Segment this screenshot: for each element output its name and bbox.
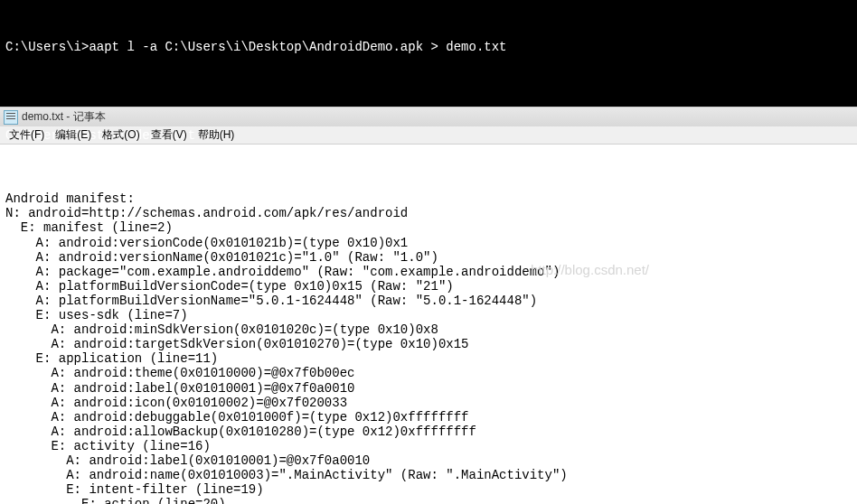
command-prompt[interactable]: C:\Users\i>aapt l -a C:\Users\i\Desktop\… <box>0 0 857 107</box>
notepad-menubar: 文件(F) 编辑(E) 格式(O) 查看(V) 帮助(H) <box>0 126 857 145</box>
notepad-title: demo.txt - 记事本 <box>22 109 106 125</box>
notepad-content-area[interactable]: http://blog.csdn.net/ Android manifest: … <box>0 145 857 504</box>
notepad-titlebar[interactable]: demo.txt - 记事本 <box>0 107 857 126</box>
menu-format[interactable]: 格式(O) <box>97 126 145 145</box>
console-line: C:\Users\i>aapt l -a C:\Users\i\Desktop\… <box>5 39 852 57</box>
menu-view[interactable]: 查看(V) <box>146 126 193 145</box>
notepad-icon <box>4 110 18 125</box>
menu-edit[interactable]: 编辑(E) <box>50 126 97 145</box>
menu-file[interactable]: 文件(F) <box>4 126 50 145</box>
content-text: Android manifest: N: android=http://sche… <box>5 191 852 504</box>
menu-help[interactable]: 帮助(H) <box>193 126 240 145</box>
